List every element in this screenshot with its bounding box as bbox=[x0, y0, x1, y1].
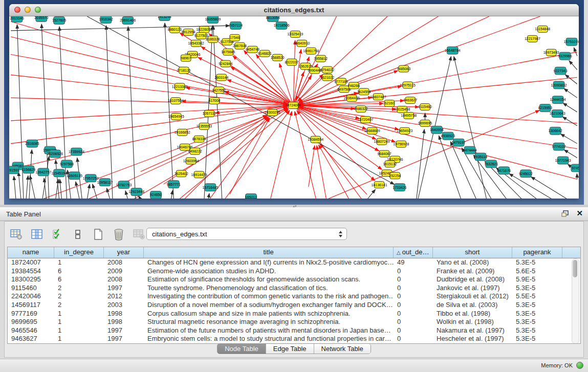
graph-node[interactable]: 1306642 bbox=[549, 127, 562, 135]
graph-node[interactable]: 9777169 bbox=[334, 78, 348, 85]
table-row[interactable]: 977716911998Corpus callosum shape and si… bbox=[8, 310, 580, 318]
graph-node[interactable]: 8912954 bbox=[182, 29, 195, 35]
graph-node[interactable]: 16543382 bbox=[188, 40, 204, 47]
graph-node[interactable]: 14136141 bbox=[372, 182, 387, 188]
graph-node[interactable]: 1527605 bbox=[52, 16, 66, 24]
graph-node[interactable]: 12213383 bbox=[172, 83, 188, 90]
graph-node[interactable]: 9474444 bbox=[463, 146, 477, 154]
graph-node[interactable]: 2867608 bbox=[233, 42, 247, 49]
graph-node[interactable]: 1733426 bbox=[393, 184, 406, 191]
graph-node[interactable]: 13505135 bbox=[67, 172, 82, 180]
graph-node[interactable]: 2935114 bbox=[474, 153, 488, 161]
graph-node[interactable]: 8471676 bbox=[497, 167, 511, 174]
graph-node[interactable]: 2013146 bbox=[10, 16, 24, 22]
graph-node[interactable]: 98967 bbox=[181, 55, 191, 61]
graph-node[interactable]: 16210643 bbox=[550, 110, 565, 117]
graph-node[interactable]: 9227343 bbox=[554, 67, 568, 75]
graph-node[interactable]: 9242844 bbox=[219, 60, 232, 67]
graph-node[interactable]: 16914479 bbox=[191, 171, 207, 178]
graph-node[interactable]: 746266 bbox=[348, 82, 360, 89]
graph-node[interactable]: 1640954 bbox=[430, 126, 444, 134]
graph-node[interactable]: 8938923 bbox=[441, 132, 455, 140]
graph-node[interactable]: 15716485 bbox=[202, 184, 218, 191]
graph-node[interactable]: 9463627 bbox=[403, 97, 417, 104]
graph-node[interactable]: 18226058 bbox=[197, 26, 212, 33]
graph-node[interactable]: 9857771 bbox=[167, 181, 181, 188]
graph-node[interactable]: 1588520 bbox=[271, 54, 285, 61]
graph-node[interactable]: 1916342 bbox=[99, 16, 113, 23]
column-header-year[interactable]: year bbox=[104, 247, 144, 258]
graph-node[interactable]: 1875685 bbox=[221, 49, 235, 55]
graph-node[interactable]: 20691406 bbox=[120, 16, 136, 24]
tab-node-table[interactable]: Node Table bbox=[217, 344, 266, 354]
graph-node[interactable]: 18807249 bbox=[374, 138, 390, 145]
graph-node[interactable]: 2803144 bbox=[214, 74, 228, 81]
row-height-icon[interactable] bbox=[71, 228, 84, 241]
table-row[interactable]: 1456911722003Disruption of a novel membe… bbox=[8, 301, 580, 310]
tab-network-table[interactable]: Network Table bbox=[314, 344, 371, 354]
table-row[interactable]: 1872400712008Changes of HCN gene express… bbox=[8, 258, 580, 267]
graph-node[interactable]: 12217987 bbox=[525, 35, 540, 42]
graph-node[interactable]: 10688609 bbox=[364, 127, 380, 134]
graph-node[interactable]: 1621022 bbox=[320, 74, 334, 81]
tab-edge-table[interactable]: Edge Table bbox=[266, 344, 314, 354]
graph-node[interactable]: 19654945 bbox=[168, 113, 184, 120]
graph-node[interactable]: 16055809 bbox=[205, 16, 221, 23]
column-header-name[interactable]: name bbox=[8, 247, 54, 258]
graph-node[interactable]: 12923448 bbox=[128, 188, 144, 196]
graph-node[interactable]: 1156829 bbox=[22, 166, 36, 173]
graph-node[interactable]: 20206526 bbox=[47, 150, 63, 158]
graph-node[interactable]: 12444154 bbox=[550, 96, 566, 104]
graph-node[interactable]: 62160 bbox=[384, 100, 395, 107]
network-view-window[interactable]: citations_edges.txt 18724007183002951938… bbox=[9, 4, 579, 199]
graph-node[interactable]: 7986322 bbox=[354, 106, 368, 113]
graph-node[interactable]: 8498222 bbox=[188, 148, 202, 155]
graph-node[interactable]: 11154848 bbox=[535, 26, 550, 32]
graph-node[interactable]: 17957253 bbox=[83, 174, 99, 182]
graph-node[interactable]: 9146821 bbox=[258, 50, 272, 57]
graph-node[interactable]: 19756928 bbox=[393, 141, 409, 147]
graph-node[interactable]: 19218506 bbox=[274, 21, 290, 29]
graph-node[interactable]: 15720407 bbox=[358, 116, 374, 123]
memory-status-icon[interactable] bbox=[576, 362, 583, 369]
graph-node[interactable]: 16648784 bbox=[445, 47, 461, 54]
graph-node[interactable]: 10958117 bbox=[97, 179, 113, 186]
graph-node[interactable]: 3267110 bbox=[203, 110, 216, 117]
table-row[interactable]: 2242004622012Investigating the contribut… bbox=[8, 292, 580, 301]
table-row[interactable]: 1830029562008Estimation of significance … bbox=[8, 275, 580, 284]
column-header-short[interactable]: short bbox=[433, 247, 512, 258]
graph-node[interactable]: 17546 bbox=[230, 34, 240, 41]
network-graph[interactable]: 1872400718300295193845548860123891295418… bbox=[9, 16, 579, 199]
column-header-pagerank[interactable]: pagerank bbox=[512, 247, 562, 258]
graph-node[interactable]: 417008 bbox=[208, 98, 220, 104]
graph-node[interactable]: 6479197 bbox=[452, 139, 466, 146]
graph-node[interactable]: 13325419 bbox=[288, 31, 303, 37]
graph-node[interactable]: 10771943 bbox=[555, 157, 571, 164]
graph-node[interactable]: 7485063 bbox=[397, 65, 410, 72]
select-columns-icon[interactable] bbox=[51, 228, 64, 241]
graph-node[interactable]: 8860123 bbox=[168, 26, 182, 33]
graph-node[interactable]: 11355553 bbox=[197, 123, 212, 129]
graph-node[interactable]: 12603994 bbox=[183, 158, 199, 164]
graph-node[interactable]: 9297588 bbox=[60, 160, 74, 168]
graph-node[interactable]: 8215953 bbox=[538, 104, 552, 112]
column-header-in_degree[interactable]: in_degree bbox=[54, 247, 104, 258]
graph-node[interactable]: 19166852 bbox=[175, 129, 190, 136]
graph-node[interactable]: 9329966 bbox=[558, 52, 572, 60]
graph-node[interactable]: 2718126 bbox=[177, 67, 191, 74]
graph-node[interactable]: 1913244 bbox=[158, 16, 171, 20]
table-scrollbar[interactable] bbox=[572, 258, 579, 344]
show-columns-icon[interactable] bbox=[30, 228, 43, 241]
graph-node[interactable]: 12093832 bbox=[551, 81, 567, 89]
graph-node[interactable]: 11545194 bbox=[51, 169, 67, 177]
column-header-title[interactable]: title bbox=[144, 247, 394, 258]
graph-node[interactable]: 7857224 bbox=[229, 21, 243, 29]
graph-node[interactable]: 12975115 bbox=[400, 82, 416, 89]
graph-node[interactable]: 10973493 bbox=[543, 49, 559, 56]
create-table-icon[interactable] bbox=[92, 228, 105, 241]
graph-node[interactable]: 20364436 bbox=[344, 95, 360, 102]
graph-node[interactable]: 7955812 bbox=[314, 55, 328, 62]
graph-node[interactable]: 9245022 bbox=[519, 170, 533, 178]
graph-node[interactable]: 391591 bbox=[9, 166, 19, 174]
graph-node[interactable]: 97450 bbox=[571, 164, 579, 172]
